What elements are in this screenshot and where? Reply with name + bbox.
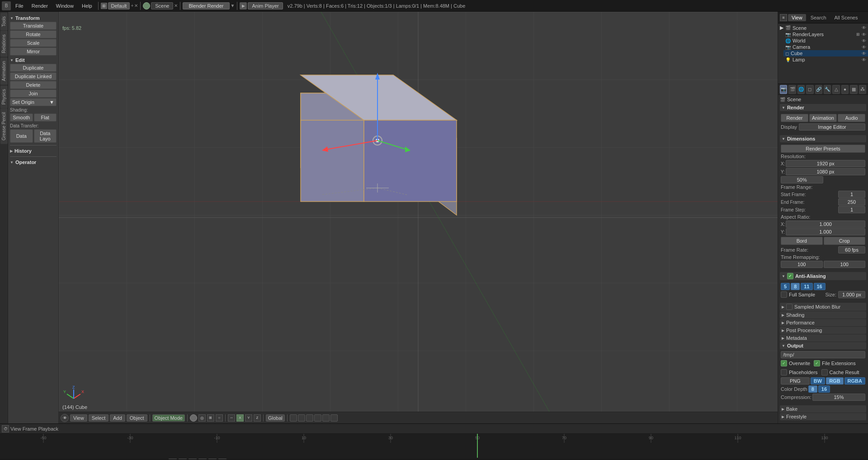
tab-grease-pencil[interactable]: Grease Pencil [0, 108, 8, 144]
viewport-shading-icon[interactable] [190, 414, 197, 422]
start-frame-input[interactable]: 1 [838, 191, 865, 198]
render-engine-selector[interactable]: Blender Render [183, 2, 229, 9]
mirror-btn[interactable]: Mirror [10, 47, 57, 56]
depth-8-btn[interactable]: 8 [808, 385, 817, 393]
full-sample-checkbox[interactable] [781, 291, 787, 298]
manipulator-icon[interactable]: ↔ [228, 414, 235, 422]
render-btn[interactable]: Render [781, 114, 808, 122]
aa-16-btn[interactable]: 16 [814, 283, 826, 290]
data-lay-btn[interactable]: Data Layo [34, 129, 57, 143]
particles-icon[interactable]: ⁂ [859, 85, 866, 94]
freestyle-section[interactable]: ▶ Freestyle [780, 413, 866, 420]
aa-8-btn[interactable]: 8 [791, 283, 800, 290]
extra-btn-3[interactable] [306, 414, 313, 422]
duplicate-linked-btn[interactable]: Duplicate Linked [10, 72, 57, 80]
overwrite-checkbox[interactable]: ✓ [781, 360, 787, 366]
layout-add-icon[interactable]: + [131, 3, 133, 8]
bake-section[interactable]: ▶ Bake [780, 405, 866, 413]
aa-11-btn[interactable]: 11 [801, 283, 812, 290]
search-tab[interactable]: Search [807, 14, 830, 21]
view-tab[interactable]: View [788, 14, 806, 21]
tl-frame-btn[interactable]: Frame [23, 426, 37, 432]
smooth-btn[interactable]: Smooth [10, 113, 33, 122]
layout-close-icon[interactable]: ✕ [134, 3, 138, 8]
player-icon[interactable]: ▶ [240, 2, 247, 9]
end-frame-input[interactable]: 250 [838, 198, 865, 206]
tree-cube[interactable]: ◻ Cube 👁 [783, 50, 868, 56]
eye-icon[interactable]: 👁 [862, 25, 866, 30]
res-y-input[interactable]: 1080 px [786, 168, 865, 175]
texture-icon[interactable]: ▦ [850, 85, 857, 94]
tree-world[interactable]: 🌐 World 👁 [783, 38, 868, 44]
delete-btn[interactable]: Delete [10, 81, 57, 89]
extra-btn-1[interactable] [290, 414, 297, 422]
audio-btn[interactable]: Audio [838, 114, 865, 122]
scene-icon[interactable] [143, 2, 150, 9]
extra-btn-2[interactable] [298, 414, 305, 422]
extra-btn-6[interactable] [330, 414, 338, 422]
viewport-view-menu[interactable]: View [70, 414, 87, 422]
motion-blur-checkbox[interactable] [786, 304, 793, 310]
render-section-title[interactable]: ▼ Render [780, 104, 866, 111]
cube-eye[interactable]: 👁 [862, 51, 866, 56]
new-input[interactable]: 100 [824, 261, 866, 268]
viewport-add-menu[interactable]: Add [110, 414, 125, 422]
data-props-icon[interactable]: △ [832, 85, 840, 94]
percent-input[interactable]: 50% [781, 176, 823, 183]
size-value[interactable]: 1.000 px [838, 291, 865, 298]
translate-btn[interactable]: Translate [10, 22, 57, 30]
old-input[interactable]: 100 [781, 261, 823, 268]
transform-orient-select[interactable]: Global [266, 414, 285, 422]
pivot-icon[interactable]: ◎ [198, 414, 206, 422]
world-props-icon[interactable]: 🌐 [797, 85, 805, 94]
all-scenes-tab[interactable]: All Scenes [831, 14, 862, 21]
engine-dropdown-icon[interactable]: ▼ [231, 3, 235, 8]
duplicate-btn[interactable]: Duplicate [10, 64, 57, 72]
res-x-input[interactable]: 1920 px [786, 160, 865, 167]
viewport-select-menu[interactable]: Select [89, 414, 109, 422]
bord-btn[interactable]: Bord [781, 237, 823, 245]
performance-section[interactable]: ▶ Performance [780, 319, 866, 326]
menu-file[interactable]: File [12, 2, 27, 9]
rgba-btn[interactable]: RGBA [844, 377, 865, 385]
anim-player[interactable]: Anim Player [248, 2, 283, 9]
asp-y-input[interactable]: 1.000 [786, 228, 865, 235]
crop-btn[interactable]: Crop [824, 237, 866, 245]
frame-rate-input[interactable]: 60 fps [838, 246, 865, 253]
file-ext-checkbox[interactable]: ✓ [814, 360, 820, 366]
scale-btn[interactable]: Scale [10, 39, 57, 47]
placeholders-checkbox[interactable] [781, 369, 787, 376]
outliner-icon[interactable]: ≡ [780, 14, 787, 21]
menu-render[interactable]: Render [28, 2, 52, 9]
lamp-eye[interactable]: 👁 [862, 57, 866, 62]
object-props-icon[interactable]: ◻ [806, 85, 813, 94]
timeline-icon[interactable]: ⏱ [2, 425, 9, 432]
data-btn[interactable]: Data [10, 129, 33, 143]
world-eye[interactable]: 👁 [862, 38, 866, 43]
bw-btn[interactable]: BW [811, 377, 825, 385]
motion-blur-section[interactable]: ▶ Sampled Motion Blur [780, 303, 866, 311]
viewport-icon[interactable]: 👁 [61, 414, 69, 422]
rgb-btn[interactable]: RGB [826, 377, 843, 385]
compression-input[interactable]: 15% [812, 394, 865, 401]
timeline-tracks[interactable] [0, 443, 868, 459]
tl-view-btn[interactable]: View [10, 426, 21, 432]
render-presets-btn[interactable]: Render Presets [781, 145, 865, 153]
aa-checkbox[interactable]: ✓ [787, 273, 793, 279]
shading-section[interactable]: ▶ Shading [780, 311, 866, 319]
proportional-edit-icon[interactable]: ○ [216, 414, 223, 422]
tab-relations[interactable]: Relations [0, 31, 8, 57]
material-icon[interactable]: ● [841, 85, 849, 94]
viewport-object-menu[interactable]: Object [127, 414, 147, 422]
scene-props-icon[interactable]: 🎬 [788, 85, 796, 94]
menu-help[interactable]: Help [78, 2, 96, 9]
format-select[interactable]: PNG [781, 377, 810, 385]
tree-scene[interactable]: ▶ 🎬 Scene 👁 [778, 24, 868, 31]
tab-physics[interactable]: Physics [0, 85, 8, 108]
metadata-section[interactable]: ▶ Metadata [780, 334, 866, 342]
display-value[interactable]: Image Editor [799, 123, 865, 131]
join-btn[interactable]: Join [10, 89, 57, 98]
depth-16-btn[interactable]: 16 [818, 385, 830, 393]
tab-animation[interactable]: Animation [0, 57, 8, 84]
tree-camera[interactable]: 📷 Camera 👁 [783, 44, 868, 50]
